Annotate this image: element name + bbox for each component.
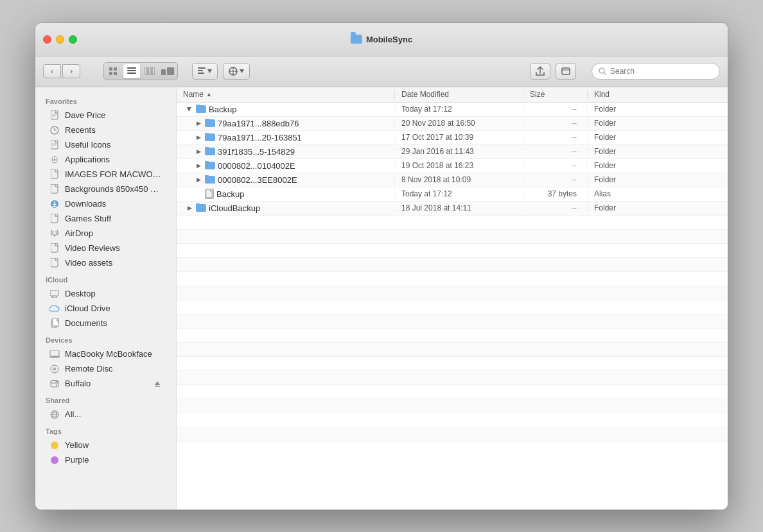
sidebar-item-label: Desktop [65,289,96,298]
cell-kind: Folder [588,133,728,142]
col-header-size[interactable]: Size [523,90,588,99]
minimize-button[interactable] [56,35,64,44]
arrange-button[interactable] [192,63,218,80]
sidebar-item-backgrounds[interactable]: Backgrounds 850x450 pixels [39,182,172,196]
svg-rect-27 [51,110,58,119]
sidebar-item-label: Remote Disc [65,364,112,373]
sidebar-item-all[interactable]: All... [39,408,172,422]
sidebar-item-useful-icons[interactable]: Useful Icons [39,138,172,152]
table-row[interactable]: ▶ iCloudBackup 18 Jul 2018 at 14:11 -- F… [177,202,728,216]
forward-button[interactable]: › [62,64,80,78]
folder-icon [196,204,206,212]
sidebar-item-dave-price[interactable]: Dave Price [39,108,172,123]
sidebar-item-airdrop[interactable]: AirDrop [39,227,172,241]
table-row[interactable]: ▶ 391f1835...5-154829 29 Jan 2016 at 11:… [177,145,728,159]
doc-icon [49,169,60,180]
col-header-kind[interactable]: Kind [588,90,728,99]
view-mode-group [103,62,178,80]
doc-icon [49,258,60,268]
sidebar-item-desktop[interactable]: Desktop [39,287,172,301]
maximize-button[interactable] [69,35,77,44]
cell-date: 29 Jan 2016 at 11:43 [395,147,523,156]
expand-arrow[interactable]: ▶ [186,105,193,113]
recents-icon [49,125,60,135]
table-row-empty [177,244,728,258]
expand-arrow[interactable]: ▶ [195,119,202,127]
table-row-empty [177,216,728,230]
search-box[interactable] [592,63,720,80]
svg-rect-12 [198,67,206,69]
sidebar-item-label: Video assets [65,258,112,268]
file-name: 79aa1971...20-163851 [218,133,302,142]
back-button[interactable]: ‹ [43,64,61,78]
cell-size: 37 bytes [523,189,588,198]
drive-icon [49,379,60,389]
folder-icon [205,148,215,155]
view-cover-button[interactable] [159,64,176,78]
col-header-date[interactable]: Date Modified [395,90,523,99]
view-column-button[interactable] [141,64,158,78]
svg-rect-7 [145,67,147,75]
svg-rect-50 [50,350,59,356]
sort-arrow: ▲ [206,91,212,98]
sidebar-item-video-reviews[interactable]: Video Reviews [39,241,172,255]
sidebar-item-macbooky[interactable]: MacBooky McBookface [39,347,172,361]
doc-icon [49,243,60,253]
cell-date: 8 Nov 2018 at 10:09 [395,175,523,184]
cell-date: 20 Nov 2018 at 16:50 [395,119,523,128]
table-row-empty [177,272,728,286]
sidebar-item-label: Yellow [65,440,89,450]
window-title: MobileSync [351,35,412,44]
search-input[interactable] [610,67,700,76]
svg-marker-22 [240,69,244,73]
sidebar-section-favorites: Favorites [35,92,176,108]
expand-arrow[interactable]: ▶ [195,133,202,141]
action-button[interactable] [223,63,250,80]
svg-rect-6 [127,73,136,74]
close-button[interactable] [43,35,51,44]
cell-name: ▶ 0000802...0104002E [177,161,395,171]
sidebar-item-label: Games Stuff [65,214,111,223]
cell-size: -- [523,105,588,114]
col-header-name[interactable]: Name ▲ [177,90,395,99]
view-list-button[interactable] [123,64,140,78]
svg-rect-40 [51,214,58,223]
sidebar-item-video-assets[interactable]: Video assets [39,256,172,270]
table-row[interactable]: Backup Today at 17:12 37 bytes Alias [177,187,728,202]
table-row[interactable]: ▶ Backup Today at 17:12 -- Folder [177,103,728,117]
share-button[interactable] [530,63,550,80]
expand-arrow[interactable]: ▶ [195,162,202,169]
table-row[interactable]: ▶ 79aa1971...888edb76 20 Nov 2018 at 16:… [177,117,728,131]
file-name: iCloudBackup [209,203,260,213]
sidebar-item-games-stuff[interactable]: Games Stuff [39,212,172,226]
cell-size: -- [523,133,588,142]
sidebar-item-label: iCloud Drive [65,304,110,313]
sidebar-item-purple-tag[interactable]: Purple [39,453,172,467]
expand-arrow[interactable]: ▶ [195,148,202,155]
table-row-empty [177,258,728,272]
cell-name: ▶ 79aa1971...888edb76 [177,119,395,128]
expand-arrow[interactable]: ▶ [195,176,202,184]
sidebar-item-applications[interactable]: Applications [39,153,172,167]
fullscreen-button[interactable] [556,63,576,80]
expand-arrow[interactable]: ▶ [186,204,193,212]
table-row[interactable]: ▶ 79aa1971...20-163851 17 Oct 2017 at 10… [177,131,728,145]
sidebar-item-buffalo[interactable]: Buffalo [39,377,172,391]
folder-icon [205,133,215,141]
sidebar-item-icloud-drive[interactable]: iCloud Drive [39,302,172,316]
download-icon [49,199,60,209]
view-icon-button[interactable] [105,64,122,78]
purple-tag-icon [49,455,60,465]
sidebar-item-remote-disc[interactable]: Remote Disc [39,362,172,376]
table-row[interactable]: ▶ 0000802...0104002E 19 Oct 2018 at 16:2… [177,159,728,173]
sidebar-item-documents[interactable]: Documents [39,316,172,330]
sidebar-item-images-macworld[interactable]: IMAGES FOR MACWORLD ONLINE [39,167,172,182]
eject-button[interactable] [153,379,162,388]
sidebar-item-yellow-tag[interactable]: Yellow [39,438,172,452]
cell-kind: Alias [588,189,728,198]
cell-name: ▶ 79aa1971...20-163851 [177,133,395,142]
sidebar-item-downloads[interactable]: Downloads [39,197,172,211]
cell-kind: Folder [588,203,728,212]
table-row[interactable]: ▶ 0000802...3EE8002E 8 Nov 2018 at 10:09… [177,173,728,187]
sidebar-item-recents[interactable]: Recents [39,123,172,137]
